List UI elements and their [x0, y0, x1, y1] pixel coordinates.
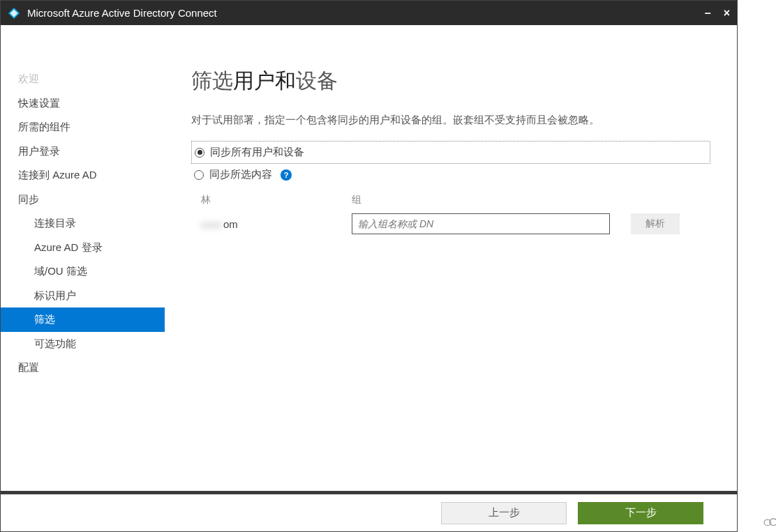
sidebar-item-domain-ou[interactable]: 域/OU 筛选 [1, 259, 165, 284]
titlebar: Microsoft Azure Active Directory Connect… [1, 1, 737, 25]
heading-prefix: 筛选 [191, 69, 233, 92]
sidebar-item-sync[interactable]: 同步 [1, 188, 165, 212]
sync-option-group: 同步所有用户和设备 同步所选内容 ? [191, 141, 710, 185]
resolve-button[interactable]: 解析 [631, 213, 680, 234]
sidebar-item-connect-azuread[interactable]: 连接到 Azure AD [1, 163, 165, 188]
radio-sync-all-label: 同步所有用户和设备 [210, 146, 304, 159]
footer: 上一步 下一步 [1, 491, 737, 531]
col-header-group: 组 [352, 194, 617, 206]
previous-button[interactable]: 上一步 [441, 502, 567, 524]
help-icon[interactable]: ? [281, 169, 292, 181]
page-subtitle: 对于试用部署，指定一个包含将同步的用户和设备的组。嵌套组不受支持而且会被忽略。 [191, 114, 710, 127]
watermark: 亿速云 [763, 515, 776, 528]
page-title: 筛选用户和设备 [191, 67, 710, 96]
sidebar-item-configure[interactable]: 配置 [1, 356, 165, 380]
sidebar: 欢迎 快速设置 所需的组件 用户登录 连接到 Azure AD 同步 连接目录 … [1, 25, 165, 491]
window-title: Microsoft Azure Active Directory Connect [27, 7, 705, 19]
table-row: xxxxom 解析 [191, 213, 710, 234]
title-controls: – × [705, 7, 730, 20]
minimize-button[interactable]: – [705, 7, 711, 20]
radio-row-sync-all[interactable]: 同步所有用户和设备 [191, 141, 710, 164]
forest-name-suffix: om [223, 218, 238, 230]
body: 欢迎 快速设置 所需的组件 用户登录 连接到 Azure AD 同步 连接目录 … [1, 25, 737, 491]
cloud-icon [763, 517, 776, 526]
sidebar-item-components[interactable]: 所需的组件 [1, 115, 165, 139]
sidebar-item-identify-users[interactable]: 标识用户 [1, 284, 165, 308]
radio-sync-selected-label: 同步所选内容 [209, 168, 272, 181]
col-header-forest: 林 [191, 194, 352, 206]
sidebar-item-welcome: 欢迎 [1, 67, 165, 91]
group-name-input[interactable] [352, 213, 610, 234]
sidebar-item-express[interactable]: 快速设置 [1, 91, 165, 116]
sidebar-item-user-signin[interactable]: 用户登录 [1, 139, 165, 164]
forest-cell: xxxxom [191, 218, 352, 230]
main-panel: 筛选用户和设备 对于试用部署，指定一个包含将同步的用户和设备的组。嵌套组不受支持… [165, 25, 737, 491]
close-button[interactable]: × [724, 7, 730, 20]
svg-point-3 [770, 518, 776, 525]
app-window: Microsoft Azure Active Directory Connect… [0, 0, 738, 532]
radio-sync-selected[interactable] [194, 170, 204, 180]
app-icon [8, 7, 20, 20]
radio-row-sync-selected[interactable]: 同步所选内容 ? [191, 164, 710, 185]
heading-suffix: 设备 [296, 69, 338, 92]
forest-name-blurred: xxxx [201, 218, 222, 230]
next-button[interactable]: 下一步 [578, 502, 703, 524]
sidebar-item-azuread-signin[interactable]: Azure AD 登录 [1, 236, 165, 260]
group-table-header: 林 组 [191, 194, 710, 206]
sidebar-item-connect-dirs[interactable]: 连接目录 [1, 211, 165, 236]
heading-bold: 用户和 [233, 69, 296, 92]
sidebar-item-optional[interactable]: 可选功能 [1, 332, 165, 356]
radio-sync-all[interactable] [195, 148, 204, 158]
sidebar-item-filter[interactable]: 筛选 [1, 307, 165, 332]
